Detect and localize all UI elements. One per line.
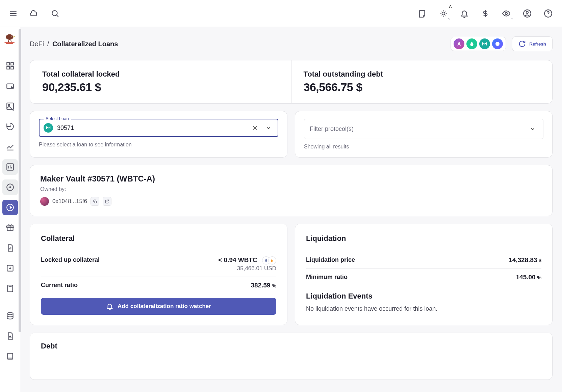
app-logo[interactable] (3, 32, 18, 48)
owner-row: 0x1048...15f6 (40, 197, 542, 206)
protocol-filter[interactable]: Filter protocol(s) (304, 119, 543, 139)
sidebar-item-staking[interactable] (2, 159, 18, 175)
protocol-filter-card: Filter protocol(s) Showing all results (295, 111, 553, 158)
liquidation-price-label: Liquidation price (306, 256, 355, 263)
summary-collateral: Total collateral locked 90,235.61 $ (30, 60, 291, 103)
svg-rect-26 (7, 62, 9, 65)
main-content: DeFi / Collateralized Loans A (20, 27, 562, 392)
app-body: DeFi / Collateralized Loans A (0, 27, 562, 392)
collateral-title: Collateral (41, 234, 276, 243)
menu-icon[interactable] (7, 8, 19, 19)
liquidation-card: Liquidation Liquidation price 14,328.83$… (295, 224, 553, 325)
search-icon[interactable] (49, 8, 61, 19)
svg-point-15 (505, 12, 508, 15)
no-liquidation-events: No liquidation events have occurred for … (306, 305, 541, 312)
theme-badge: A (449, 4, 452, 9)
sidebar-item-dashboard[interactable] (2, 58, 18, 74)
debt-card: Debt (30, 333, 553, 380)
sidebar-item-statistics[interactable] (2, 139, 18, 155)
vault-header-card: Maker Vault #30571 (WBTC-A) Owned by: 0x… (30, 165, 553, 216)
sidebar-item-airdrops[interactable] (2, 220, 18, 235)
svg-point-55 (7, 312, 13, 315)
theme-toggle-icon[interactable]: A (438, 8, 449, 19)
sidebar-item-import[interactable] (2, 260, 18, 276)
scrollbar-thumb[interactable] (19, 29, 21, 332)
svg-point-21 (11, 36, 12, 37)
cloud-icon[interactable] (28, 8, 40, 19)
caret-down-icon[interactable] (528, 124, 538, 134)
owned-by-label: Owned by: (40, 186, 542, 192)
protocol-pill-other[interactable] (492, 38, 503, 49)
sidebar-item-pools-in[interactable] (2, 179, 18, 195)
sidebar-item-wallet[interactable] (2, 78, 18, 94)
external-link-button[interactable] (103, 197, 111, 206)
help-icon[interactable] (542, 8, 554, 19)
page-header: DeFi / Collateralized Loans A (30, 36, 553, 51)
loan-select-input[interactable] (56, 124, 247, 132)
caret-down-icon[interactable] (263, 123, 274, 133)
svg-line-4 (57, 15, 58, 17)
divider (4, 303, 16, 303)
sidebar-item-analytics[interactable] (2, 328, 18, 344)
liquidation-price-value: 14,328.83$ (509, 256, 541, 264)
bell-icon[interactable] (459, 8, 470, 19)
privacy-icon[interactable] (501, 8, 512, 19)
loan-select-helper: Please select a loan to see information (39, 142, 278, 148)
svg-rect-31 (7, 103, 14, 110)
sidebar-item-nft[interactable] (2, 99, 18, 114)
sidebar-item-calculator[interactable] (2, 281, 18, 296)
svg-point-20 (6, 34, 13, 40)
chevron-down-icon (510, 16, 514, 22)
debt-title: Debt (41, 342, 541, 351)
loan-select-label: Select Loan (44, 116, 71, 121)
sidebar-scrollbar[interactable] (19, 29, 22, 390)
svg-rect-27 (11, 62, 14, 65)
svg-rect-28 (7, 66, 9, 69)
add-watcher-button[interactable]: Add collateralization ratio watcher (41, 298, 276, 315)
add-watcher-label: Add collateralization ratio watcher (118, 303, 211, 310)
token-icons: ₿ (262, 256, 276, 264)
sidebar-item-history[interactable] (2, 119, 18, 134)
loan-select[interactable]: Select Loan (39, 119, 278, 137)
header-actions: A Refresh (451, 36, 553, 51)
current-ratio-row: Current ratio 382.59% (41, 277, 276, 294)
svg-text:₿: ₿ (271, 259, 273, 262)
sidebar-item-docs[interactable] (2, 348, 18, 364)
protocol-pill-aave[interactable]: A (454, 38, 464, 49)
clear-icon[interactable] (250, 123, 260, 133)
sidebar-item-loans[interactable] (2, 200, 18, 215)
current-ratio-value: 382.59% (251, 282, 276, 289)
summary-debt-value: 36,566.75 $ (304, 81, 540, 94)
sidebar-item-database[interactable] (2, 308, 18, 324)
protocol-filter-helper: Showing all results (304, 144, 543, 150)
locked-collateral-row: Locked up collateral < 0.94 WBTC ₿ 35,46… (41, 252, 276, 277)
min-ratio-row: Minimum ratio 145.00% (306, 269, 541, 286)
svg-rect-47 (7, 285, 12, 292)
note-icon[interactable] (417, 8, 428, 19)
svg-line-65 (107, 200, 109, 202)
protocol-pill-liquity[interactable] (466, 38, 477, 49)
user-icon[interactable] (521, 8, 533, 19)
svg-point-61 (495, 42, 500, 46)
protocol-pills[interactable]: A (451, 37, 506, 51)
topbar: A (0, 0, 562, 27)
copy-button[interactable] (91, 197, 99, 206)
topbar-right: A (417, 8, 554, 19)
loan-select-card: Select Loan Please select a loan to (30, 111, 287, 158)
summary-card: Total collateral locked 90,235.61 $ Tota… (30, 60, 553, 104)
refresh-button[interactable]: Refresh (512, 36, 553, 51)
breadcrumb: DeFi / Collateralized Loans (30, 40, 118, 48)
btc-icon: ₿ (268, 256, 276, 264)
summary-collateral-label: Total collateral locked (42, 70, 279, 79)
sidebar-item-reports[interactable] (2, 240, 18, 256)
locked-collateral-label: Locked up collateral (41, 256, 100, 263)
currency-icon[interactable] (480, 8, 491, 19)
breadcrumb-root[interactable]: DeFi (30, 40, 44, 48)
owner-address: 0x1048...15f6 (52, 198, 87, 205)
chevron-down-icon (447, 16, 451, 22)
liquidation-events-title: Liquidation Events (306, 292, 541, 301)
protocol-pill-maker[interactable] (479, 38, 490, 49)
summary-collateral-value: 90,235.61 $ (42, 81, 279, 94)
avatar (40, 197, 49, 206)
svg-point-3 (52, 10, 57, 16)
